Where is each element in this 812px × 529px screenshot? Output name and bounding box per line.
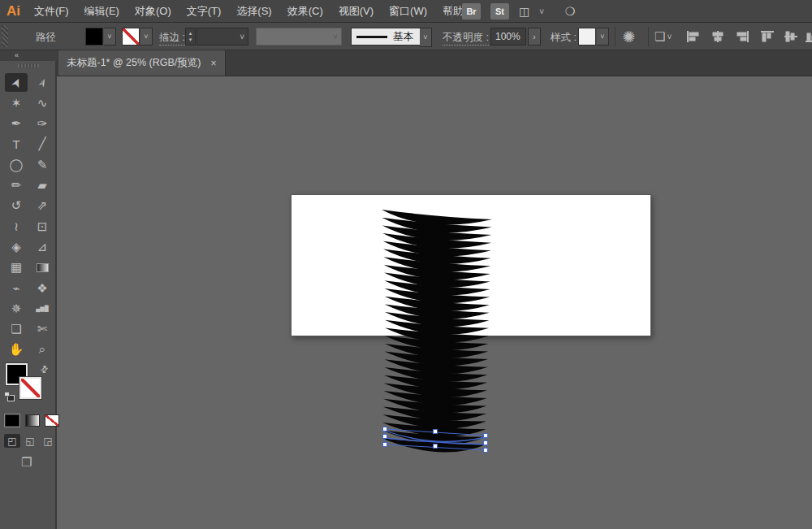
document-title: 未标题-1* @ 25% (RGB/预览) [67,56,201,70]
selection-handle [383,443,387,447]
draw-behind-button[interactable]: ◱ [22,434,38,448]
gradient-mode-button[interactable] [25,414,40,427]
eraser-tool[interactable]: ▰ [31,176,54,195]
mesh-tool[interactable]: ▦ [5,258,28,277]
brush-chevron-button[interactable]: ˅ [420,28,432,47]
shape-builder-tool[interactable]: ◈ [5,237,28,256]
pen-tool[interactable]: ✒ [5,115,28,133]
magic-wand-tool[interactable]: ✶ [5,93,28,112]
stroke-color-indicator[interactable] [19,377,41,399]
document-tab[interactable]: 未标题-1* @ 25% (RGB/预览) × [58,50,226,76]
default-fill-stroke-icon[interactable] [4,392,15,401]
workspace-switcher-icon[interactable]: ◫ [519,5,529,18]
document-tab-bar: 未标题-1* @ 25% (RGB/预览) × [57,50,812,76]
direct-selection-tool[interactable]: ➢ [31,73,54,92]
type-tool-icon: T [12,137,19,151]
recolor-artwork-icon[interactable]: ✺ [620,28,637,46]
menu-item-6[interactable]: 视图(V) [339,4,374,19]
fill-chevron-button[interactable]: ˅ [104,28,116,46]
selection-tool[interactable]: ➤ [5,73,28,92]
stroke-weight-label[interactable]: 描边 : [159,31,185,46]
align-top-button[interactable] [760,30,775,43]
curvature-tool[interactable]: ✑ [31,115,54,133]
style-chevron-button[interactable]: ˅ [597,28,609,46]
draw-inside-button[interactable]: ◲ [40,434,56,448]
control-bar-grip[interactable] [2,25,8,47]
scale-tool[interactable]: ⇗ [31,197,54,215]
document-canvas[interactable] [57,76,812,529]
ellipse-tool[interactable]: ◯ [5,155,28,174]
gradient-icon [37,263,49,272]
column-graph-tool[interactable]: ▄▆█ [31,299,54,318]
lasso-tool[interactable]: ∿ [31,93,54,112]
perspective-grid-tool[interactable]: ⊿ [31,237,54,256]
color-mode-button[interactable] [5,414,19,427]
gradient-tool[interactable] [31,258,54,277]
bridge-button[interactable]: Br [462,3,481,20]
stroke-weight-dropdown[interactable]: ˅ [197,28,248,46]
document-icon: ❏ [654,29,665,44]
screen-mode-icon[interactable]: ❐ [21,455,32,470]
artwork-layer [57,76,812,529]
opacity-more-button[interactable]: › [528,28,541,46]
slice-tool[interactable]: ✄ [31,320,54,339]
align-bottom-button[interactable] [805,30,812,43]
ellipse-tool-icon: ◯ [10,158,24,172]
hand-tool[interactable]: ✋ [5,340,28,359]
align-hcenter-button[interactable] [710,30,725,43]
chevron-down-icon: ˅ [600,33,604,41]
align-to-selection-button[interactable]: ❏ ˅ [654,29,672,44]
align-left-button[interactable] [686,30,701,43]
align-right-button[interactable] [735,30,749,43]
menu-bar-right: Br St ◫ ˅ ❍ [451,0,576,23]
brush-definition-dropdown[interactable]: 基本 [351,28,421,46]
menu-item-0[interactable]: 文件(F) [34,4,69,19]
blend-object[interactable] [382,210,492,453]
blend-tool[interactable]: ❖ [31,279,54,297]
gpu-performance-icon[interactable]: ❍ [565,5,576,18]
menu-item-1[interactable]: 编辑(E) [84,4,119,19]
menu-item-5[interactable]: 效果(C) [287,4,323,19]
none-mode-button[interactable] [45,414,59,427]
selection-handle [484,449,488,453]
paintbrush-tool[interactable]: ✎ [31,155,54,174]
artboard-tool[interactable]: ❏ [5,320,28,339]
eyedropper-tool[interactable]: ⌁ [5,279,28,297]
menu-item-3[interactable]: 文字(T) [187,4,222,19]
swap-fill-stroke-icon[interactable]: ⇄ [38,363,51,376]
menu-item-4[interactable]: 选择(S) [236,4,271,19]
width-tool[interactable]: ≀ [5,217,28,236]
draw-normal-button[interactable]: ◰ [4,434,20,448]
type-tool[interactable]: T [5,135,28,154]
brush-definition-value: 基本 [393,30,413,44]
fill-color-swatch[interactable] [85,28,103,46]
chevron-down-icon[interactable]: ˅ [539,7,544,16]
panel-grip[interactable] [18,64,39,67]
symbol-sprayer-tool[interactable]: ✵ [5,299,28,318]
symbol-sprayer-tool-icon: ✵ [11,301,22,316]
stroke-color-swatch-none[interactable] [122,28,140,46]
close-icon[interactable]: × [211,58,217,69]
rotate-tool[interactable]: ↺ [5,197,28,215]
stepper-down-icon[interactable]: ▾ [189,37,192,43]
line-segment-tool[interactable]: ╱ [31,135,54,154]
shaper-pencil-tool[interactable]: ✏ [5,176,28,195]
collapse-panel-button[interactable]: « [0,50,57,61]
context-label: 路径 [36,31,56,45]
stock-button[interactable]: St [490,3,509,20]
stroke-chevron-button[interactable]: ˅ [140,28,153,46]
stroke-weight-stepper[interactable]: ▴ ▾ [185,28,196,46]
width-profile-dropdown-disabled: ˅ [256,28,342,46]
style-swatch[interactable] [578,28,596,46]
opacity-input[interactable]: 100% [490,28,526,46]
free-transform-tool[interactable]: ⊡ [31,217,54,236]
stepper-up-icon[interactable]: ▴ [189,30,192,37]
brush-stroke-preview [356,36,387,38]
menu-item-2[interactable]: 对象(O) [135,4,171,19]
selection-handle [383,435,387,439]
align-vcenter-button[interactable] [784,30,798,43]
zoom-tool[interactable]: ⌕ [31,340,54,359]
opacity-label[interactable]: 不透明度 : [443,31,489,46]
menu-item-7[interactable]: 窗口(W) [389,4,427,19]
shaper-pencil-tool-icon: ✏ [11,178,22,193]
